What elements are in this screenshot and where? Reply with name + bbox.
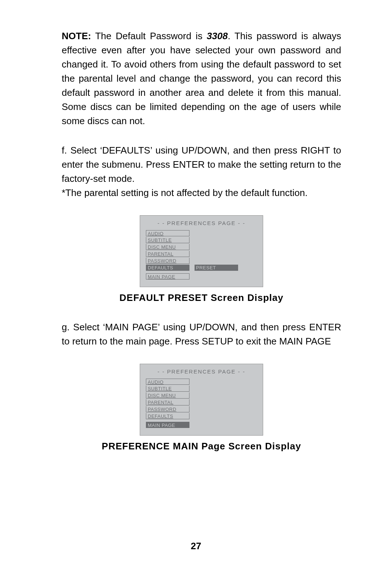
osd-row: MAIN PAGE (146, 271, 257, 278)
osd2-menu: AUDIOSUBTITLEDISC MENUPARENTALPASSWORDDE… (146, 378, 257, 427)
osd-item-main-page: MAIN PAGE (146, 273, 189, 280)
osd-row: MAIN PAGE (146, 420, 257, 427)
osd-row: PARENTAL (146, 250, 257, 257)
preferences-osd-2: - - PREFERENCES PAGE - - AUDIOSUBTITLEDI… (140, 364, 263, 436)
note-text-before: The Default Password is (91, 30, 207, 41)
osd-row: DEFAULTS (146, 413, 257, 420)
caption-2: PREFERENCE MAIN Page Screen Display (102, 441, 301, 452)
note-text-after: . This password is always effective even… (62, 30, 341, 126)
osd-row: DEFAULTSPRESET (146, 264, 257, 271)
osd-item-disc-menu: DISC MENU (146, 392, 189, 399)
osd-item-subtitle: SUBTITLE (146, 237, 189, 243)
osd-item-audio: AUDIO (146, 230, 189, 236)
osd-screenshot-1: - - PREFERENCES PAGE - - AUDIOSUBTITLEDI… (62, 215, 341, 312)
step-g-paragraph: g. Select ‘MAIN PAGE’ using UP/DOWN, and… (62, 320, 341, 348)
osd-item-audio: AUDIO (146, 379, 189, 385)
osd-item-disc-menu: DISC MENU (146, 244, 189, 250)
osd-value: PRESET (195, 265, 238, 271)
note-paragraph: NOTE: The Default Password is 3308. This… (62, 29, 341, 128)
osd1-title: - - PREFERENCES PAGE - - (146, 220, 257, 226)
note-label: NOTE: (62, 30, 91, 41)
osd-row: PASSWORD (146, 257, 257, 264)
osd-screenshot-2: - - PREFERENCES PAGE - - AUDIOSUBTITLEDI… (62, 364, 341, 461)
default-password: 3308 (207, 30, 228, 41)
osd-row: DISC MENU (146, 244, 257, 250)
osd-row: AUDIO (146, 230, 257, 237)
osd1-menu: AUDIOSUBTITLEDISC MENUPARENTALPASSWORDDE… (146, 230, 257, 278)
step-f-paragraph: f. Select ‘DEFAULTS’ using UP/DOWN, and … (62, 143, 341, 200)
osd-row: AUDIO (146, 378, 257, 385)
osd-row: PASSWORD (146, 406, 257, 413)
osd-item-password: PASSWORD (146, 258, 189, 264)
osd-item-password: PASSWORD (146, 406, 189, 412)
osd-row: PARENTAL (146, 399, 257, 406)
osd-row: SUBTITLE (146, 385, 257, 392)
osd-row: DISC MENU (146, 392, 257, 399)
osd-item-main-page: MAIN PAGE (146, 422, 189, 428)
osd-item-defaults: DEFAULTS (146, 265, 189, 271)
caption-1: DEFAULT PRESET Screen Display (119, 292, 283, 303)
osd-item-subtitle: SUBTITLE (146, 386, 189, 392)
osd-row: SUBTITLE (146, 237, 257, 244)
page-number: 27 (0, 541, 392, 552)
manual-page: NOTE: The Default Password is 3308. This… (0, 0, 392, 567)
osd-item-defaults: DEFAULTS (146, 413, 189, 419)
osd-item-parental: PARENTAL (146, 251, 189, 257)
osd2-title: - - PREFERENCES PAGE - - (146, 368, 257, 375)
preferences-osd-1: - - PREFERENCES PAGE - - AUDIOSUBTITLEDI… (140, 215, 263, 287)
osd-item-parental: PARENTAL (146, 399, 189, 405)
